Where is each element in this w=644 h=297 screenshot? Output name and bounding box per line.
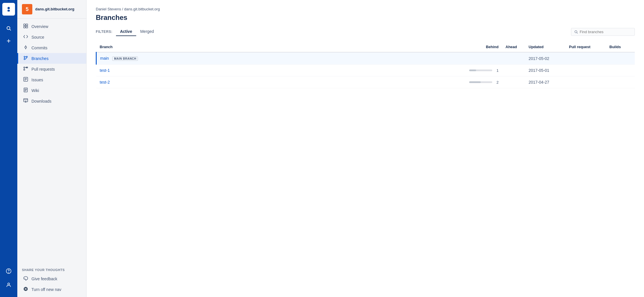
search-button[interactable] xyxy=(3,22,14,34)
filter-tab-active[interactable]: Active xyxy=(116,27,136,36)
svg-point-20 xyxy=(24,67,25,68)
page-title: Branches xyxy=(96,14,635,22)
behind-num-test2: 2 xyxy=(494,80,499,84)
branches-icon xyxy=(23,56,29,61)
sidebar-header: 5 dans.git.bitbucket.org xyxy=(17,0,86,19)
sidebar-item-source[interactable]: Source xyxy=(17,32,86,42)
sidebar-item-issues[interactable]: Issues xyxy=(17,74,86,85)
pull-requests-icon xyxy=(23,66,29,72)
svg-point-0 xyxy=(8,7,10,9)
sidebar-item-turn-off-nav-label: Turn off new nav xyxy=(31,287,61,292)
avatar-button[interactable] xyxy=(3,279,14,291)
search-input[interactable] xyxy=(580,30,632,34)
sidebar-item-branches-label: Branches xyxy=(31,56,48,61)
branch-link-test1[interactable]: test-1 xyxy=(100,68,110,73)
icon-bar xyxy=(0,0,17,297)
breadcrumb-repo: dans.git.bitbucket.org xyxy=(124,7,160,11)
ahead-cell-main xyxy=(502,52,525,65)
updated-cell-test2: 2017-04-27 xyxy=(525,76,566,88)
builds-cell-test2 xyxy=(606,76,635,88)
sidebar-item-pull-requests-label: Pull requests xyxy=(31,67,55,72)
branch-cell-test1: test-1 xyxy=(96,65,456,76)
table-row: main MAIN BRANCH 2017-05-02 xyxy=(96,52,635,65)
repo-name: dans.git.bitbucket.org xyxy=(35,7,74,12)
sidebar-item-downloads[interactable]: Downloads xyxy=(17,96,86,106)
pr-cell-test1 xyxy=(566,65,606,76)
svg-rect-12 xyxy=(26,26,28,28)
ahead-cell-test1 xyxy=(502,65,525,76)
source-icon xyxy=(23,34,29,40)
branch-link-test2[interactable]: test-2 xyxy=(100,80,110,84)
create-button[interactable] xyxy=(3,35,14,47)
svg-line-3 xyxy=(10,29,11,30)
svg-point-21 xyxy=(24,69,25,70)
wiki-icon xyxy=(23,88,29,93)
breadcrumb-user: Daniel Stevens xyxy=(96,7,121,11)
sidebar: 5 dans.git.bitbucket.org Overview Source xyxy=(17,0,87,297)
builds-cell-test1 xyxy=(606,65,635,76)
branch-search-box[interactable] xyxy=(571,28,635,36)
svg-point-16 xyxy=(24,56,25,57)
sidebar-item-commits-label: Commits xyxy=(31,46,47,50)
sidebar-item-wiki-label: Wiki xyxy=(31,88,39,93)
updated-cell-test1: 2017-05-01 xyxy=(525,65,566,76)
search-icon xyxy=(574,30,578,34)
repo-icon: 5 xyxy=(22,4,32,14)
commits-icon xyxy=(23,45,29,50)
svg-point-7 xyxy=(9,272,9,273)
table-body: main MAIN BRANCH 2017-05-02 test-1 xyxy=(96,52,635,88)
filter-tab-merged[interactable]: Merged xyxy=(136,27,158,36)
behind-cell-test1: 1 xyxy=(456,65,502,76)
help-button[interactable] xyxy=(3,265,14,277)
pr-cell-main xyxy=(566,52,606,65)
sidebar-item-give-feedback-label: Give feedback xyxy=(31,277,57,281)
svg-rect-9 xyxy=(24,24,25,26)
svg-line-41 xyxy=(577,32,578,33)
svg-rect-10 xyxy=(26,24,28,26)
builds-cell-main xyxy=(606,52,635,65)
col-updated: Updated xyxy=(525,42,566,52)
svg-point-8 xyxy=(8,283,10,285)
filters-label: FILTERS: xyxy=(96,30,113,34)
behind-cell-test2: 2 xyxy=(456,76,502,88)
turn-off-nav-icon xyxy=(23,287,29,292)
table-row: test-1 1 2017-05-01 xyxy=(96,65,635,76)
issues-icon xyxy=(23,77,29,82)
sidebar-item-turn-off-nav[interactable]: Turn off new nav xyxy=(17,284,86,295)
sidebar-item-pull-requests[interactable]: Pull requests xyxy=(17,64,86,74)
sidebar-item-commits[interactable]: Commits xyxy=(17,42,86,53)
feedback-icon xyxy=(23,276,29,281)
sidebar-nav: Overview Source Commits xyxy=(17,19,86,264)
branches-table: Branch Behind Ahead Updated Pull request… xyxy=(96,42,635,88)
col-pull-request: Pull request xyxy=(566,42,606,52)
downloads-icon xyxy=(23,98,29,104)
sidebar-item-wiki[interactable]: Wiki xyxy=(17,85,86,96)
col-ahead: Ahead xyxy=(502,42,525,52)
branch-cell-main: main MAIN BRANCH xyxy=(96,52,456,65)
col-behind: Behind xyxy=(456,42,502,52)
behind-bar-test1 xyxy=(469,69,492,71)
table-header: Branch Behind Ahead Updated Pull request… xyxy=(96,42,635,52)
svg-point-17 xyxy=(24,59,25,60)
breadcrumb: Daniel Stevens / dans.git.bitbucket.org xyxy=(96,7,635,11)
sidebar-item-overview[interactable]: Overview xyxy=(17,21,86,32)
sidebar-item-issues-label: Issues xyxy=(31,78,43,82)
main-branch-badge: MAIN BRANCH xyxy=(112,57,138,61)
main-content: Daniel Stevens / dans.git.bitbucket.org … xyxy=(87,0,644,297)
updated-cell-main: 2017-05-02 xyxy=(525,52,566,65)
svg-point-2 xyxy=(7,27,10,30)
svg-point-40 xyxy=(575,31,577,33)
sidebar-item-overview-label: Overview xyxy=(31,24,48,29)
branch-link-main[interactable]: main xyxy=(100,56,109,61)
sidebar-item-downloads-label: Downloads xyxy=(31,99,51,104)
overview-icon xyxy=(23,24,29,29)
sidebar-item-branches[interactable]: Branches xyxy=(17,53,86,64)
sidebar-item-give-feedback[interactable]: Give feedback xyxy=(17,273,86,284)
col-branch: Branch xyxy=(96,42,456,52)
col-builds: Builds xyxy=(606,42,635,52)
behind-num-test1: 1 xyxy=(494,68,499,73)
branch-cell-test2: test-2 xyxy=(96,76,456,88)
svg-rect-1 xyxy=(8,10,10,12)
ahead-cell-test2 xyxy=(502,76,525,88)
app-logo[interactable] xyxy=(2,3,15,16)
